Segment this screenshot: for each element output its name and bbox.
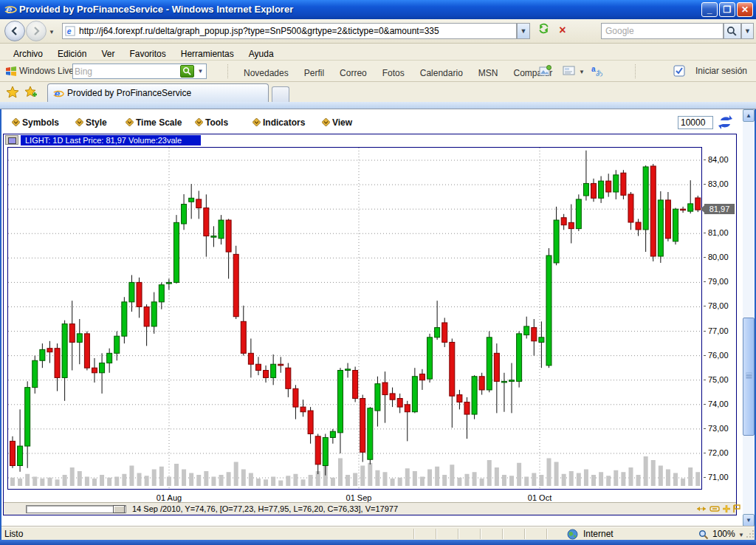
svg-text:e: e bbox=[67, 27, 72, 35]
stop-button[interactable]: × bbox=[554, 22, 571, 40]
price-tick-mark bbox=[704, 428, 706, 429]
menu-item-edición[interactable]: Edición bbox=[50, 48, 94, 60]
windows-live-toolbar: Windows Live ▼ NovedadesPerfilCorreoFoto… bbox=[0, 61, 756, 82]
live-links: NovedadesPerfilCorreoFotosCalendarioMSNC… bbox=[244, 66, 568, 79]
tabstrip-shelf bbox=[0, 102, 756, 109]
last-price-tag: 81,97 bbox=[704, 204, 735, 214]
tab-active[interactable]: e Provided by ProFinanceService bbox=[47, 83, 269, 102]
translate-icon[interactable]: aあ bbox=[591, 64, 604, 77]
time-tick-label: 01 Aug bbox=[157, 493, 182, 502]
price-tick-label: 75,00 bbox=[708, 375, 729, 384]
page-ie-icon: e bbox=[65, 26, 76, 37]
web-search-input[interactable] bbox=[601, 23, 724, 39]
stop-x-icon: × bbox=[559, 24, 566, 36]
chart-menu-indicators[interactable]: Indicators bbox=[252, 117, 305, 128]
form-icon[interactable] bbox=[563, 65, 576, 76]
windows-live-label: Windows Live bbox=[19, 66, 74, 76]
search-options-dropdown[interactable]: ▼ bbox=[741, 23, 754, 39]
chart-menu-tools[interactable]: Tools bbox=[195, 117, 228, 128]
favorites-star-icon[interactable] bbox=[6, 86, 19, 98]
status-divider bbox=[458, 529, 458, 539]
live-link-msn[interactable]: MSN bbox=[478, 68, 498, 78]
status-divider bbox=[524, 529, 525, 539]
menu-item-herramientas[interactable]: Herramientas bbox=[173, 48, 241, 60]
chart-menu-style[interactable]: Style bbox=[75, 117, 107, 128]
forward-button[interactable] bbox=[26, 21, 47, 41]
browser-viewport: SymbolsStyleTime ScaleToolsIndicatorsVie… bbox=[1, 109, 743, 527]
bing-search-input[interactable] bbox=[75, 66, 178, 77]
minimize-button[interactable]: _ bbox=[701, 2, 718, 17]
time-axis: 01 Aug01 Sep01 Oct bbox=[8, 134, 703, 504]
chart-menu-symbols[interactable]: Symbols bbox=[12, 117, 59, 128]
search-magnifier-icon bbox=[726, 26, 738, 37]
live-link-fotos[interactable]: Fotos bbox=[382, 68, 405, 78]
resize-grip[interactable] bbox=[746, 529, 755, 538]
price-tick-mark bbox=[704, 404, 706, 405]
refresh-button[interactable] bbox=[535, 22, 552, 40]
ie-logo-icon: e bbox=[4, 3, 17, 16]
zoom-level-label[interactable]: 100% bbox=[712, 529, 735, 539]
live-link-perfil[interactable]: Perfil bbox=[304, 68, 324, 78]
menu-item-favoritos[interactable]: Favoritos bbox=[122, 48, 173, 60]
nav-history-dropdown[interactable]: ▼ bbox=[49, 29, 55, 35]
vertical-scrollbar[interactable]: ▲ ▼ bbox=[743, 109, 755, 527]
menu-item-ver[interactable]: Ver bbox=[94, 48, 122, 60]
chart-refresh-button[interactable] bbox=[718, 114, 733, 130]
price-tick-label: 79,00 bbox=[708, 277, 729, 286]
back-button[interactable] bbox=[4, 21, 25, 41]
menu-item-archivo[interactable]: Archivo bbox=[6, 48, 50, 60]
search-go-button[interactable] bbox=[724, 23, 741, 39]
chart-menu-view[interactable]: View bbox=[322, 117, 352, 128]
new-tab-button[interactable] bbox=[272, 86, 289, 102]
title-bar[interactable]: e Provided by ProFinanceService - Window… bbox=[0, 0, 756, 19]
svg-text:e: e bbox=[55, 88, 61, 99]
gold-diamond-icon bbox=[12, 118, 20, 126]
bing-search-button[interactable] bbox=[180, 65, 194, 78]
history-scroll-track[interactable] bbox=[26, 505, 126, 513]
chart-menu-time-scale[interactable]: Time Scale bbox=[126, 117, 182, 128]
address-dropdown-button[interactable]: ▼ bbox=[517, 23, 530, 39]
menu-bar: ArchivoEdiciónVerFavoritosHerramientasAy… bbox=[0, 44, 756, 61]
close-button[interactable]: ✕ bbox=[737, 2, 753, 17]
amount-input[interactable] bbox=[678, 116, 713, 129]
photo-share-icon[interactable] bbox=[539, 65, 552, 77]
address-input[interactable]: e http://j64.forexpf.ru/delta/graph_popu… bbox=[62, 23, 517, 39]
chart-app-toolbar: SymbolsStyleTime ScaleToolsIndicatorsVie… bbox=[1, 113, 743, 134]
live-link-correo[interactable]: Correo bbox=[340, 68, 367, 78]
price-tick-mark bbox=[704, 257, 706, 258]
price-tick-label: 74,00 bbox=[708, 400, 729, 408]
live-link-novedades[interactable]: Novedades bbox=[244, 68, 289, 78]
scroll-down-button[interactable]: ▼ bbox=[743, 514, 755, 527]
tab-bar: e Provided by ProFinanceService bbox=[0, 82, 756, 102]
zoom-in-icon[interactable] bbox=[721, 504, 732, 513]
add-favorite-icon[interactable] bbox=[24, 86, 38, 98]
zoom-out-icon[interactable] bbox=[709, 504, 720, 513]
live-link-calendario[interactable]: Calendario bbox=[420, 68, 463, 78]
price-axis: 81,97 84,0083,0081,0080,0079,0078,0077,0… bbox=[704, 147, 736, 490]
bing-search-box[interactable]: ▼ bbox=[72, 64, 207, 79]
back-arrow-icon bbox=[10, 26, 20, 36]
bing-search-dropdown[interactable]: ▼ bbox=[196, 65, 205, 78]
chart-menu-label: Indicators bbox=[263, 117, 305, 128]
zoom-extents-icon[interactable] bbox=[696, 504, 707, 513]
chart-menu-label: Time Scale bbox=[136, 117, 182, 128]
form-dropdown[interactable]: ▼ bbox=[579, 69, 585, 75]
gold-diamond-icon bbox=[126, 118, 134, 126]
price-tick-label: 71,00 bbox=[708, 473, 729, 481]
chart-menu-label: Symbols bbox=[22, 117, 59, 128]
scrollbar-thumb[interactable] bbox=[743, 318, 755, 436]
flag-icon[interactable] bbox=[732, 504, 742, 513]
restore-button[interactable]: ❐ bbox=[719, 2, 735, 17]
scroll-up-button[interactable]: ▲ bbox=[743, 109, 755, 122]
gold-diamond-icon bbox=[252, 118, 261, 126]
price-tick-mark bbox=[704, 453, 706, 453]
menu-item-ayuda[interactable]: Ayuda bbox=[241, 48, 281, 60]
status-divider bbox=[436, 529, 436, 539]
signin-button[interactable]: Iniciar sesión bbox=[695, 66, 747, 76]
chart-widget: LIGHT: 1D Last Price: 81,97 Volume:23val… bbox=[3, 134, 737, 515]
windows-live-logo-icon bbox=[5, 66, 17, 77]
forward-arrow-icon bbox=[31, 26, 41, 36]
chart-menu-label: Style bbox=[86, 117, 107, 128]
zoom-dropdown[interactable]: ▼ bbox=[738, 532, 744, 538]
history-scroll-handle[interactable] bbox=[113, 505, 125, 513]
